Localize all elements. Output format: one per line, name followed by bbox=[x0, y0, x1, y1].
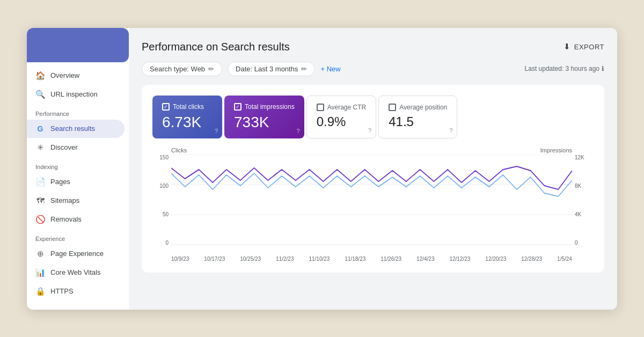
search-type-filter[interactable]: Search type: Web ✏ bbox=[142, 62, 222, 76]
https-icon: 🔒 bbox=[35, 287, 45, 296]
sidebar-label-discover: Discover bbox=[50, 143, 78, 151]
discover-icon: ✳ bbox=[35, 143, 45, 152]
date-label: Date: Last 3 months bbox=[236, 65, 298, 73]
chart-y-left-title: Clicks bbox=[171, 147, 187, 153]
edit-search-type-icon: ✏ bbox=[208, 65, 214, 73]
search-type-label: Search type: Web bbox=[150, 65, 205, 73]
metric-impressions-value: 733K bbox=[234, 114, 295, 131]
export-icon: ⬇ bbox=[564, 42, 571, 52]
sidebar-item-removals[interactable]: 🚫 Removals bbox=[27, 210, 125, 229]
chart-container: 150 100 50 0 12K 8K 4K 0 bbox=[152, 155, 594, 262]
metric-position-label: Average position bbox=[389, 104, 447, 111]
sidebar-label-page-experience: Page Experience bbox=[50, 250, 104, 258]
edit-date-icon: ✏ bbox=[301, 65, 307, 73]
impressions-checkbox[interactable] bbox=[234, 103, 241, 111]
sidebar-label-url: URL inspection bbox=[50, 90, 98, 98]
section-label-indexing: Indexing bbox=[27, 157, 129, 172]
page-experience-icon: ⊕ bbox=[35, 249, 45, 259]
metric-total-clicks[interactable]: Total clicks 6.73K ? bbox=[152, 96, 222, 138]
sidebar-label-core-web-vitals: Core Web Vitals bbox=[50, 268, 100, 276]
sidebar-logo bbox=[27, 28, 129, 62]
ctr-help-icon[interactable]: ? bbox=[368, 127, 371, 134]
main-content: Performance on Search results ⬇ EXPORT S… bbox=[129, 28, 617, 310]
metrics-row: Total clicks 6.73K ? Total impressions 7… bbox=[152, 96, 594, 138]
ctr-checkbox[interactable] bbox=[317, 104, 324, 111]
new-filter-button[interactable]: + New bbox=[320, 65, 340, 73]
home-icon: 🏠 bbox=[35, 71, 45, 80]
metric-ctr-label: Average CTR bbox=[317, 104, 366, 111]
last-updated-text: Last updated: 3 hours ago bbox=[525, 65, 599, 72]
sidebar: 🏠 Overview 🔍 URL inspection Performance … bbox=[27, 28, 129, 310]
search-icon: 🔍 bbox=[35, 90, 45, 99]
chart-svg-container bbox=[171, 155, 572, 246]
removals-icon: 🚫 bbox=[35, 215, 45, 224]
sidebar-label-sitemaps: Sitemaps bbox=[50, 196, 79, 204]
metric-clicks-value: 6.73K bbox=[162, 114, 213, 131]
sidebar-item-https[interactable]: 🔒 HTTPS bbox=[27, 282, 125, 301]
section-label-performance: Performance bbox=[27, 104, 129, 119]
sitemaps-icon: 🗺 bbox=[35, 196, 45, 206]
metric-clicks-label: Total clicks bbox=[162, 103, 213, 111]
export-button[interactable]: ⬇ EXPORT bbox=[564, 42, 604, 52]
sidebar-item-search-results[interactable]: G Search results bbox=[27, 120, 125, 138]
google-icon: G bbox=[35, 124, 45, 134]
sidebar-item-sitemaps[interactable]: 🗺 Sitemaps bbox=[27, 192, 125, 210]
clicks-help-icon[interactable]: ? bbox=[215, 128, 218, 134]
pages-icon: 📄 bbox=[35, 177, 45, 187]
sidebar-item-page-experience[interactable]: ⊕ Page Experience bbox=[27, 245, 125, 263]
sidebar-label-overview: Overview bbox=[50, 71, 79, 79]
filter-row: Search type: Web ✏ Date: Last 3 months ✏… bbox=[142, 62, 604, 76]
position-help-icon[interactable]: ? bbox=[449, 127, 452, 134]
sidebar-item-pages[interactable]: 📄 Pages bbox=[27, 173, 125, 191]
page-title: Performance on Search results bbox=[142, 41, 290, 53]
impressions-help-icon[interactable]: ? bbox=[297, 128, 300, 134]
chart-y-axis-right: 12K 8K 4K 0 bbox=[575, 155, 594, 246]
chart-y-axis-left: 150 100 50 0 bbox=[152, 155, 169, 246]
sidebar-item-discover[interactable]: ✳ Discover bbox=[27, 138, 125, 157]
sidebar-item-url-inspection[interactable]: 🔍 URL inspection bbox=[27, 85, 125, 104]
metric-avg-ctr[interactable]: Average CTR 0.9% ? bbox=[306, 96, 376, 138]
sidebar-item-overview[interactable]: 🏠 Overview bbox=[27, 67, 125, 85]
impressions-line bbox=[171, 166, 572, 189]
sidebar-item-core-web-vitals[interactable]: 📊 Core Web Vitals bbox=[27, 263, 125, 282]
app-window: 🏠 Overview 🔍 URL inspection Performance … bbox=[27, 28, 617, 310]
sidebar-label-search-results: Search results bbox=[50, 124, 95, 133]
metric-avg-position[interactable]: Average position 41.5 ? bbox=[378, 96, 457, 138]
last-updated: Last updated: 3 hours ago ℹ bbox=[525, 65, 604, 72]
main-header: Performance on Search results ⬇ EXPORT bbox=[142, 41, 604, 53]
chart-x-labels: 10/9/23 10/17/23 10/25/23 11/2/23 11/10/… bbox=[171, 256, 572, 262]
date-filter[interactable]: Date: Last 3 months ✏ bbox=[228, 62, 315, 76]
chart-y-right-title: Impressions bbox=[540, 147, 572, 153]
info-icon: ℹ bbox=[602, 65, 604, 72]
performance-card: Total clicks 6.73K ? Total impressions 7… bbox=[142, 85, 604, 273]
section-label-experience: Experience bbox=[27, 229, 129, 244]
position-checkbox[interactable] bbox=[389, 104, 396, 111]
sidebar-label-https: HTTPS bbox=[50, 287, 74, 295]
metric-ctr-value: 0.9% bbox=[317, 114, 366, 129]
chart-svg bbox=[171, 155, 572, 246]
chart-area: Clicks Impressions 150 100 50 0 12K 8K 4… bbox=[152, 147, 594, 262]
core-web-vitals-icon: 📊 bbox=[35, 268, 45, 277]
metric-impressions-label: Total impressions bbox=[234, 103, 295, 111]
clicks-checkbox[interactable] bbox=[162, 103, 170, 111]
sidebar-label-removals: Removals bbox=[50, 215, 82, 223]
metric-total-impressions[interactable]: Total impressions 733K ? bbox=[224, 96, 304, 138]
metric-position-value: 41.5 bbox=[389, 114, 447, 129]
sidebar-label-pages: Pages bbox=[50, 178, 70, 186]
export-label: EXPORT bbox=[574, 43, 604, 51]
new-filter-label: + New bbox=[320, 65, 340, 73]
